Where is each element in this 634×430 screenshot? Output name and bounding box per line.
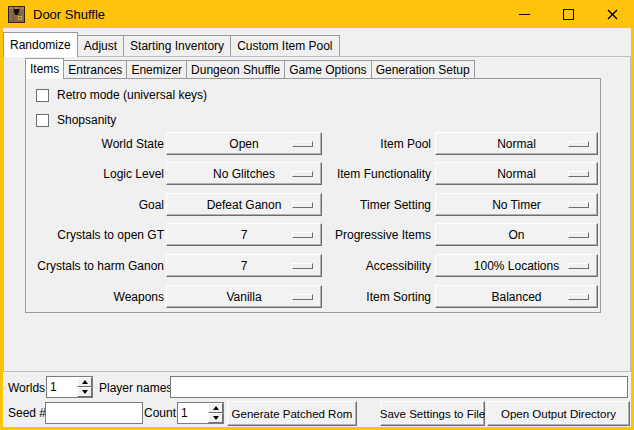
count-down-button[interactable] [208,413,223,423]
logic-level-label: Logic Level [26,167,164,181]
progressive-items-value: On [508,228,524,242]
item-functionality-value: Normal [497,167,536,181]
item-pool-label: Item Pool [301,137,431,151]
shopsanity-label: Shopsanity [57,113,116,127]
item-sorting-dropdown[interactable]: Balanced [435,285,598,308]
worlds-down-button[interactable] [77,387,92,397]
arrow-down-icon [213,416,219,420]
menu-indicator-icon [568,294,589,300]
app-window: Door Shuffle Randomize Adjust Starting I… [0,0,634,430]
retro-mode-row: Retro mode (universal keys) [36,87,207,103]
close-icon [606,8,619,21]
count-up-button[interactable] [208,403,223,413]
seed-input[interactable] [45,402,143,424]
shopsanity-checkbox[interactable] [36,114,49,127]
crystals-open-gt-label: Crystals to open GT [26,228,164,242]
close-button[interactable] [590,0,634,28]
crystals-harm-ganon-value: 7 [241,259,248,273]
progressive-items-dropdown[interactable]: On [435,223,598,246]
open-output-directory-button[interactable]: Open Output Directory [487,401,630,426]
world-state-dropdown[interactable]: Open [166,132,322,155]
weapons-value: Vanilla [226,290,261,304]
maximize-icon [563,9,574,20]
goal-dropdown[interactable]: Defeat Ganon [166,193,322,216]
item-pool-dropdown[interactable]: Normal [435,132,598,155]
randomize-pane: Items Entrances Enemizer Dungeon Shuffle… [3,56,631,372]
outer-tab-bar: Randomize Adjust Starting Inventory Cust… [3,31,340,56]
item-pool-value: Normal [497,137,536,151]
worlds-up-button[interactable] [77,377,92,387]
world-state-label: World State [26,137,164,151]
save-settings-button[interactable]: Save Settings to File [380,401,485,426]
worlds-label: Worlds [8,381,45,395]
count-label: Count [144,406,176,420]
timer-setting-dropdown[interactable]: No Timer [435,193,598,216]
weapons-dropdown[interactable]: Vanilla [166,285,322,308]
retro-mode-label: Retro mode (universal keys) [57,88,207,102]
subtab-dungeon-shuffle[interactable]: Dungeon Shuffle [186,60,285,78]
crystals-harm-ganon-dropdown[interactable]: 7 [166,254,322,277]
shopsanity-row: Shopsanity [36,112,116,128]
accessibility-value: 100% Locations [474,259,559,273]
player-names-input[interactable] [170,376,628,398]
player-names-label: Player names [99,381,172,395]
goal-label: Goal [26,198,164,212]
item-functionality-dropdown[interactable]: Normal [435,162,598,185]
arrow-down-icon [82,390,88,394]
minimize-button[interactable] [502,0,546,28]
crystals-open-gt-dropdown[interactable]: 7 [166,223,322,246]
weapons-label: Weapons [26,290,164,304]
door-icon [8,6,25,23]
seed-label: Seed # [8,406,46,420]
tab-randomize[interactable]: Randomize [3,32,78,57]
crystals-open-gt-value: 7 [241,228,248,242]
accessibility-label: Accessibility [301,259,431,273]
generate-patched-rom-button[interactable]: Generate Patched Rom [227,401,357,426]
tab-starting-inventory[interactable]: Starting Inventory [123,35,231,56]
window-controls [502,0,634,28]
timer-setting-value: No Timer [492,198,541,212]
item-sorting-value: Balanced [491,290,541,304]
subtab-items[interactable]: Items [25,58,64,79]
subtab-entrances[interactable]: Entrances [63,60,127,78]
subtab-enemizer[interactable]: Enemizer [126,60,187,78]
world-state-value: Open [229,137,258,151]
retro-mode-checkbox[interactable] [36,89,49,102]
menu-indicator-icon [568,263,589,269]
timer-setting-label: Timer Setting [301,198,431,212]
client-area: Randomize Adjust Starting Inventory Cust… [3,28,631,427]
goal-value: Defeat Ganon [207,198,282,212]
subtab-generation-setup[interactable]: Generation Setup [371,60,475,78]
arrow-up-icon [213,406,219,410]
window-title: Door Shuffle [33,7,105,22]
menu-indicator-icon [568,171,589,177]
menu-indicator-icon [568,141,589,147]
tab-custom-item-pool[interactable]: Custom Item Pool [230,35,339,56]
item-functionality-label: Item Functionality [301,167,431,181]
count-input[interactable] [178,403,208,423]
tab-adjust[interactable]: Adjust [77,35,124,56]
count-spinbox [177,402,224,424]
maximize-button[interactable] [546,0,590,28]
items-pane: Retro mode (universal keys) Shopsanity W… [25,78,601,313]
minimize-icon [519,14,530,15]
menu-indicator-icon [568,232,589,238]
crystals-harm-ganon-label: Crystals to harm Ganon [26,259,164,273]
worlds-spinbox [46,376,93,398]
logic-level-dropdown[interactable]: No Glitches [166,162,322,185]
bottom-bar: Worlds Player names Seed # Count [3,372,631,427]
titlebar: Door Shuffle [0,0,634,28]
logic-level-value: No Glitches [213,167,275,181]
subtab-game-options[interactable]: Game Options [284,60,371,78]
menu-indicator-icon [568,202,589,208]
worlds-input[interactable] [47,377,77,397]
arrow-up-icon [82,380,88,384]
item-sorting-label: Item Sorting [301,290,431,304]
progressive-items-label: Progressive Items [301,228,431,242]
inner-tab-bar: Items Entrances Enemizer Dungeon Shuffle… [25,57,475,78]
accessibility-dropdown[interactable]: 100% Locations [435,254,598,277]
